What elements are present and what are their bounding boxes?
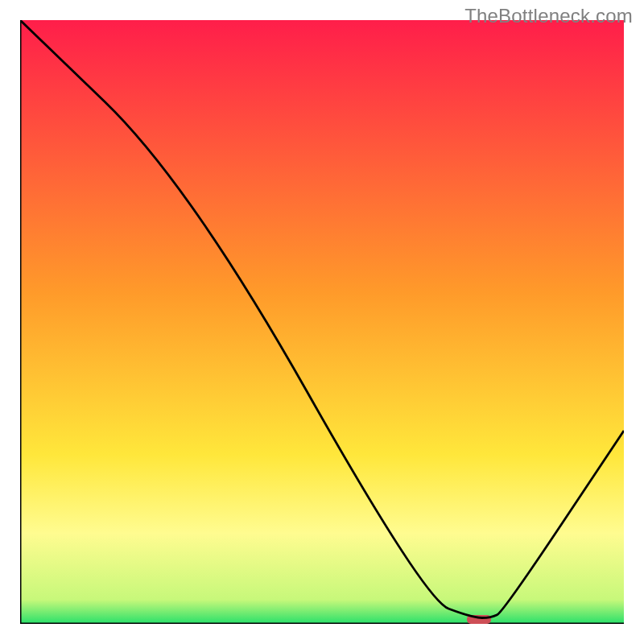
chart-container: TheBottleneck.com — [0, 0, 644, 644]
chart-overlay — [20, 20, 624, 624]
bottleneck-curve — [20, 20, 624, 618]
watermark-text: TheBottleneck.com — [464, 5, 633, 27]
plot-area — [20, 20, 624, 624]
